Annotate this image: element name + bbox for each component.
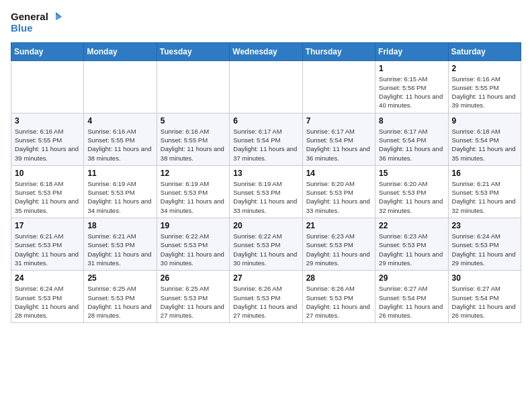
day-info: Sunrise: 6:17 AM Sunset: 5:54 PM Dayligh… <box>379 127 444 163</box>
day-number: 14 <box>306 169 371 178</box>
day-number: 25 <box>87 273 152 283</box>
calendar-cell: 22Sunrise: 6:23 AM Sunset: 5:53 PM Dayli… <box>375 218 448 271</box>
calendar-cell: 17Sunrise: 6:21 AM Sunset: 5:53 PM Dayli… <box>11 218 84 271</box>
day-info: Sunrise: 6:19 AM Sunset: 5:53 PM Dayligh… <box>233 179 298 215</box>
calendar-cell: 16Sunrise: 6:21 AM Sunset: 5:53 PM Dayli… <box>448 165 521 218</box>
day-info: Sunrise: 6:19 AM Sunset: 5:53 PM Dayligh… <box>87 179 152 215</box>
calendar-header-row: SundayMondayTuesdayWednesdayThursdayFrid… <box>11 42 521 60</box>
calendar-cell <box>84 60 157 113</box>
calendar-cell: 19Sunrise: 6:22 AM Sunset: 5:53 PM Dayli… <box>157 218 229 271</box>
day-number: 17 <box>15 221 80 230</box>
day-info: Sunrise: 6:22 AM Sunset: 5:53 PM Dayligh… <box>233 232 298 267</box>
day-info: Sunrise: 6:20 AM Sunset: 5:53 PM Dayligh… <box>379 179 444 215</box>
calendar-cell: 9Sunrise: 6:18 AM Sunset: 5:54 PM Daylig… <box>448 113 521 165</box>
day-number: 5 <box>161 116 226 126</box>
calendar-cell <box>157 60 229 113</box>
logo: General Blue <box>11 11 62 34</box>
calendar-week-row: 3Sunrise: 6:16 AM Sunset: 5:55 PM Daylig… <box>11 113 521 165</box>
calendar-cell: 29Sunrise: 6:27 AM Sunset: 5:54 PM Dayli… <box>375 271 448 323</box>
day-info: Sunrise: 6:22 AM Sunset: 5:53 PM Dayligh… <box>161 232 226 267</box>
day-info: Sunrise: 6:23 AM Sunset: 5:53 PM Dayligh… <box>379 232 444 267</box>
weekday-header: Tuesday <box>157 42 229 60</box>
day-info: Sunrise: 6:17 AM Sunset: 5:54 PM Dayligh… <box>306 127 371 163</box>
weekday-header: Thursday <box>302 42 375 60</box>
day-info: Sunrise: 6:18 AM Sunset: 5:53 PM Dayligh… <box>15 179 80 215</box>
day-info: Sunrise: 6:20 AM Sunset: 5:53 PM Dayligh… <box>306 179 371 215</box>
calendar-table: SundayMondayTuesdayWednesdayThursdayFrid… <box>11 42 521 324</box>
calendar-cell: 21Sunrise: 6:23 AM Sunset: 5:53 PM Dayli… <box>302 218 375 271</box>
calendar-cell: 2Sunrise: 6:16 AM Sunset: 5:55 PM Daylig… <box>448 60 521 113</box>
day-info: Sunrise: 6:23 AM Sunset: 5:53 PM Dayligh… <box>306 232 371 267</box>
day-number: 27 <box>233 273 298 283</box>
day-number: 20 <box>233 221 298 230</box>
calendar-cell: 7Sunrise: 6:17 AM Sunset: 5:54 PM Daylig… <box>302 113 375 165</box>
calendar-cell <box>11 60 84 113</box>
calendar-cell: 14Sunrise: 6:20 AM Sunset: 5:53 PM Dayli… <box>302 165 375 218</box>
calendar-cell: 26Sunrise: 6:25 AM Sunset: 5:53 PM Dayli… <box>157 271 229 323</box>
weekday-header: Monday <box>84 42 157 60</box>
calendar-cell: 28Sunrise: 6:26 AM Sunset: 5:53 PM Dayli… <box>302 271 375 323</box>
day-number: 15 <box>379 169 444 178</box>
day-info: Sunrise: 6:25 AM Sunset: 5:53 PM Dayligh… <box>87 284 152 320</box>
calendar-cell: 4Sunrise: 6:16 AM Sunset: 5:55 PM Daylig… <box>84 113 157 165</box>
day-number: 21 <box>306 221 371 230</box>
day-info: Sunrise: 6:25 AM Sunset: 5:53 PM Dayligh… <box>161 284 226 320</box>
weekday-header: Sunday <box>11 42 84 60</box>
day-number: 24 <box>15 273 80 283</box>
calendar-cell: 15Sunrise: 6:20 AM Sunset: 5:53 PM Dayli… <box>375 165 448 218</box>
day-number: 2 <box>452 64 517 73</box>
calendar-cell: 30Sunrise: 6:27 AM Sunset: 5:54 PM Dayli… <box>448 271 521 323</box>
day-number: 19 <box>161 221 226 230</box>
weekday-header: Friday <box>375 42 448 60</box>
day-number: 23 <box>452 221 517 230</box>
calendar-cell: 1Sunrise: 6:15 AM Sunset: 5:56 PM Daylig… <box>375 60 448 113</box>
day-number: 4 <box>87 116 152 126</box>
day-info: Sunrise: 6:16 AM Sunset: 5:55 PM Dayligh… <box>15 127 80 163</box>
day-number: 1 <box>379 64 444 73</box>
day-number: 10 <box>15 169 80 178</box>
day-number: 11 <box>87 169 152 178</box>
calendar-cell: 27Sunrise: 6:26 AM Sunset: 5:53 PM Dayli… <box>230 271 302 323</box>
day-info: Sunrise: 6:24 AM Sunset: 5:53 PM Dayligh… <box>452 232 517 267</box>
day-info: Sunrise: 6:19 AM Sunset: 5:53 PM Dayligh… <box>161 179 226 215</box>
calendar-week-row: 17Sunrise: 6:21 AM Sunset: 5:53 PM Dayli… <box>11 218 521 271</box>
logo-general: General <box>11 11 48 23</box>
day-info: Sunrise: 6:26 AM Sunset: 5:53 PM Dayligh… <box>306 284 371 320</box>
day-info: Sunrise: 6:16 AM Sunset: 5:55 PM Dayligh… <box>87 127 152 163</box>
day-number: 26 <box>161 273 226 283</box>
day-number: 30 <box>452 273 517 283</box>
calendar-cell: 18Sunrise: 6:21 AM Sunset: 5:53 PM Dayli… <box>84 218 157 271</box>
logo-bird-icon <box>50 11 62 23</box>
calendar-cell: 11Sunrise: 6:19 AM Sunset: 5:53 PM Dayli… <box>84 165 157 218</box>
calendar-cell: 24Sunrise: 6:24 AM Sunset: 5:53 PM Dayli… <box>11 271 84 323</box>
calendar-cell: 8Sunrise: 6:17 AM Sunset: 5:54 PM Daylig… <box>375 113 448 165</box>
calendar-cell <box>302 60 375 113</box>
day-number: 7 <box>306 116 371 126</box>
calendar-week-row: 10Sunrise: 6:18 AM Sunset: 5:53 PM Dayli… <box>11 165 521 218</box>
day-info: Sunrise: 6:26 AM Sunset: 5:53 PM Dayligh… <box>233 284 298 320</box>
calendar-week-row: 24Sunrise: 6:24 AM Sunset: 5:53 PM Dayli… <box>11 271 521 323</box>
day-number: 3 <box>15 116 80 126</box>
day-number: 13 <box>233 169 298 178</box>
weekday-header: Wednesday <box>230 42 302 60</box>
day-number: 29 <box>379 273 444 283</box>
day-number: 6 <box>233 116 298 126</box>
logo-blue: Blue <box>11 23 33 34</box>
day-info: Sunrise: 6:21 AM Sunset: 5:53 PM Dayligh… <box>15 232 80 267</box>
day-number: 8 <box>379 116 444 126</box>
weekday-header: Saturday <box>448 42 521 60</box>
logo-container: General Blue <box>11 11 62 34</box>
calendar-cell: 20Sunrise: 6:22 AM Sunset: 5:53 PM Dayli… <box>230 218 302 271</box>
day-info: Sunrise: 6:16 AM Sunset: 5:55 PM Dayligh… <box>452 75 517 110</box>
calendar-cell: 23Sunrise: 6:24 AM Sunset: 5:53 PM Dayli… <box>448 218 521 271</box>
calendar-week-row: 1Sunrise: 6:15 AM Sunset: 5:56 PM Daylig… <box>11 60 521 113</box>
day-number: 22 <box>379 221 444 230</box>
calendar-cell: 13Sunrise: 6:19 AM Sunset: 5:53 PM Dayli… <box>230 165 302 218</box>
day-number: 9 <box>452 116 517 126</box>
calendar-cell: 6Sunrise: 6:17 AM Sunset: 5:54 PM Daylig… <box>230 113 302 165</box>
calendar-cell: 12Sunrise: 6:19 AM Sunset: 5:53 PM Dayli… <box>157 165 229 218</box>
day-info: Sunrise: 6:27 AM Sunset: 5:54 PM Dayligh… <box>379 284 444 320</box>
day-info: Sunrise: 6:21 AM Sunset: 5:53 PM Dayligh… <box>87 232 152 267</box>
calendar-cell: 10Sunrise: 6:18 AM Sunset: 5:53 PM Dayli… <box>11 165 84 218</box>
day-info: Sunrise: 6:24 AM Sunset: 5:53 PM Dayligh… <box>15 284 80 320</box>
